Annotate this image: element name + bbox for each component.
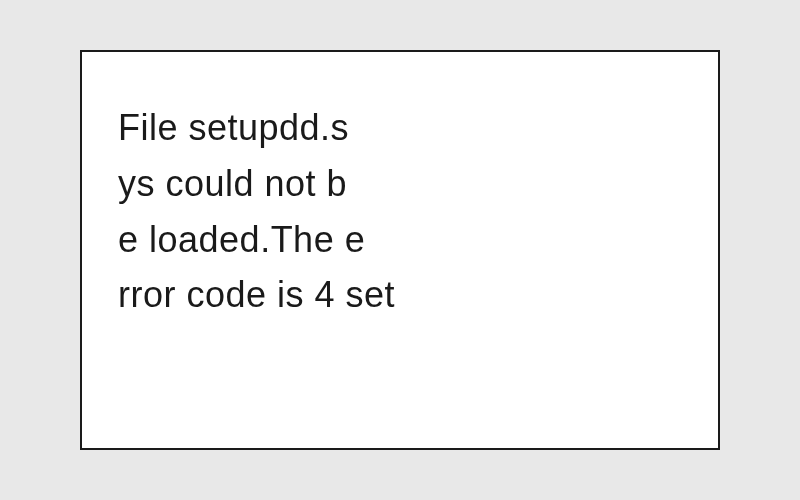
text-line-4: rror code is 4 set <box>118 267 682 323</box>
text-line-1: File setupdd.s <box>118 100 682 156</box>
error-message: File setupdd.s ys could not b e loaded.T… <box>118 100 682 323</box>
text-line-2: ys could not b <box>118 156 682 212</box>
error-card: File setupdd.s ys could not b e loaded.T… <box>80 50 720 450</box>
text-line-3: e loaded.The e <box>118 212 682 268</box>
